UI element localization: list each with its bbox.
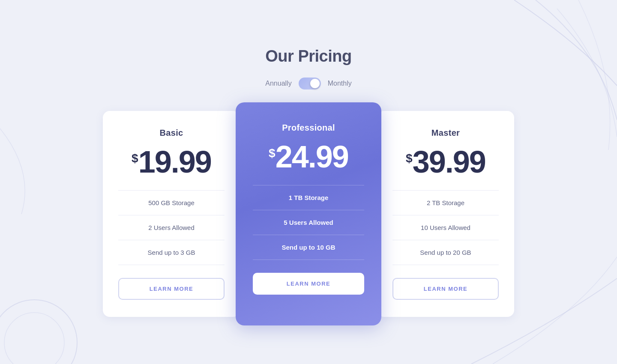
basic-learn-more-button[interactable]: LEARN MORE xyxy=(118,278,225,300)
professional-divider-1 xyxy=(253,185,364,185)
master-plan-name: Master xyxy=(431,128,460,138)
basic-price-symbol: $ xyxy=(132,152,138,165)
basic-divider-1 xyxy=(118,190,225,191)
svg-point-1 xyxy=(4,313,64,364)
basic-plan-name: Basic xyxy=(160,128,183,138)
toggle-slider xyxy=(299,78,321,90)
professional-divider-4 xyxy=(253,260,364,260)
page-title: Our Pricing xyxy=(265,47,351,66)
master-feature-1: 2 TB Storage xyxy=(392,193,499,212)
basic-divider-2 xyxy=(118,215,225,215)
professional-card: Professional $ 24.99 1 TB Storage 5 User… xyxy=(236,102,381,325)
basic-card: Basic $ 19.99 500 GB Storage 2 Users All… xyxy=(103,111,240,317)
master-price-symbol: $ xyxy=(406,152,413,165)
master-card: Master $ 39.99 2 TB Storage 10 Users All… xyxy=(377,111,514,317)
professional-divider-2 xyxy=(253,210,364,210)
pricing-cards: Basic $ 19.99 500 GB Storage 2 Users All… xyxy=(103,111,514,317)
basic-price-amount: 19.99 xyxy=(138,146,211,177)
professional-price-amount: 24.99 xyxy=(276,141,348,172)
billing-toggle-container: Annually Monthly xyxy=(265,78,351,90)
billing-toggle[interactable] xyxy=(299,78,321,90)
basic-divider-4 xyxy=(118,265,225,265)
master-feature-2: 10 Users Allowed xyxy=(392,218,499,237)
professional-feature-2: 5 Users Allowed xyxy=(253,213,364,232)
professional-feature-1: 1 TB Storage xyxy=(253,188,364,207)
master-price-amount: 39.99 xyxy=(413,146,485,177)
basic-price-container: $ 19.99 xyxy=(132,146,211,177)
basic-divider-3 xyxy=(118,240,225,240)
basic-feature-2: 2 Users Allowed xyxy=(118,218,225,237)
master-feature-3: Send up to 20 GB xyxy=(392,243,499,262)
professional-learn-more-button[interactable]: LEARN MORE xyxy=(253,273,364,295)
master-divider-3 xyxy=(392,240,499,240)
basic-feature-3: Send up to 3 GB xyxy=(118,243,225,262)
monthly-label: Monthly xyxy=(328,80,352,87)
professional-price-symbol: $ xyxy=(269,146,276,160)
master-divider-4 xyxy=(392,265,499,265)
master-divider-2 xyxy=(392,215,499,215)
master-price-container: $ 39.99 xyxy=(406,146,485,177)
basic-feature-1: 500 GB Storage xyxy=(118,193,225,212)
professional-plan-name: Professional xyxy=(282,123,335,133)
professional-divider-3 xyxy=(253,235,364,235)
professional-feature-3: Send up to 10 GB xyxy=(253,238,364,257)
master-divider-1 xyxy=(392,190,499,191)
master-learn-more-button[interactable]: LEARN MORE xyxy=(392,278,499,300)
professional-price-container: $ 24.99 xyxy=(269,141,348,172)
annually-label: Annually xyxy=(265,80,291,87)
